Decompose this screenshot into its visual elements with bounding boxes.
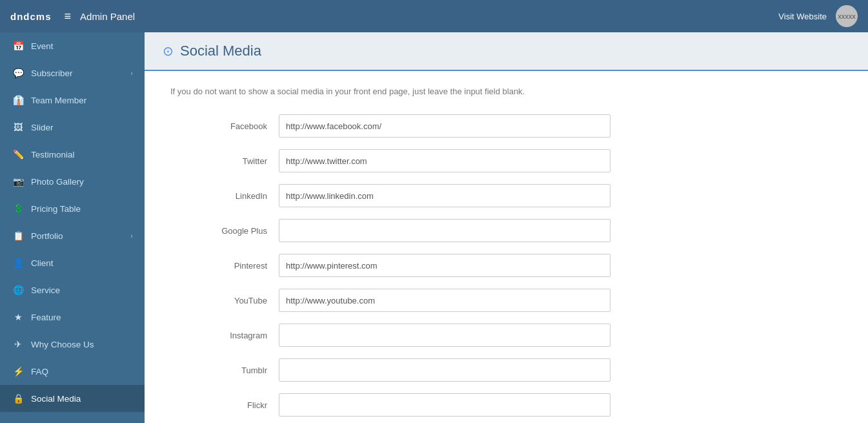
page-body: If you do not want to show a social medi… bbox=[145, 71, 868, 423]
arrow-icon-subscriber: › bbox=[130, 69, 133, 77]
social-media-page-icon: ⊙ bbox=[163, 43, 174, 59]
sidebar-label-event: Event bbox=[31, 41, 133, 51]
team-member-icon: 👔 bbox=[12, 95, 25, 105]
label-twitter: Twitter bbox=[170, 156, 267, 166]
label-tumblr: Tumblr bbox=[170, 366, 267, 375]
form-row-pinterest: Pinterest bbox=[170, 254, 842, 277]
sidebar-item-photo-gallery[interactable]: 📷Photo Gallery bbox=[0, 168, 145, 195]
faq-icon: ⚡ bbox=[12, 366, 25, 377]
photo-gallery-icon: 📷 bbox=[12, 176, 25, 187]
sidebar-item-team-member[interactable]: 👔Team Member bbox=[0, 87, 145, 114]
slider-icon: 🖼 bbox=[12, 122, 25, 132]
label-linkedin: LinkedIn bbox=[170, 191, 267, 201]
sidebar-item-service[interactable]: 🌐Service bbox=[0, 276, 145, 304]
sidebar-item-why-choose-us[interactable]: ✈Why Choose Us bbox=[0, 331, 145, 358]
topbar: dndcms ≡ Admin Panel Visit Website xxxxx bbox=[0, 0, 868, 32]
admin-panel-title: Admin Panel bbox=[80, 11, 778, 22]
sidebar-label-client: Client bbox=[31, 258, 133, 268]
label-youtube: YouTube bbox=[170, 296, 267, 305]
sidebar: 📅Event💬Subscriber›👔Team Member🖼Slider✏️T… bbox=[0, 32, 145, 423]
form-row-instagram: Instagram bbox=[170, 324, 842, 347]
sidebar-label-faq: FAQ bbox=[31, 367, 133, 377]
form-row-linkedin: LinkedIn bbox=[170, 184, 842, 207]
sidebar-item-client[interactable]: 👤Client bbox=[0, 249, 145, 276]
sidebar-label-pricing-table: Pricing Table bbox=[31, 204, 133, 214]
sidebar-label-slider: Slider bbox=[31, 123, 133, 132]
sidebar-item-feature[interactable]: ★Feature bbox=[0, 304, 145, 331]
input-google-plus[interactable] bbox=[279, 219, 611, 242]
input-linkedin[interactable] bbox=[279, 184, 611, 207]
main-layout: 📅Event💬Subscriber›👔Team Member🖼Slider✏️T… bbox=[0, 32, 868, 423]
label-instagram: Instagram bbox=[170, 331, 267, 340]
logo: dndcms bbox=[10, 11, 52, 22]
sidebar-item-event[interactable]: 📅Event bbox=[0, 32, 145, 59]
client-icon: 👤 bbox=[12, 258, 25, 268]
social-media-icon: 🔒 bbox=[12, 393, 25, 404]
label-facebook: Facebook bbox=[170, 121, 267, 131]
sidebar-label-social-media: Social Media bbox=[31, 394, 133, 404]
why-choose-us-icon: ✈ bbox=[12, 339, 25, 349]
input-flickr[interactable] bbox=[279, 393, 611, 417]
form-row-tumblr: Tumblr bbox=[170, 358, 842, 382]
label-flickr: Flickr bbox=[170, 400, 267, 410]
form-row-flickr: Flickr bbox=[170, 393, 842, 417]
sidebar-item-testimonial[interactable]: ✏️Testimonial bbox=[0, 141, 145, 168]
arrow-icon-portfolio: › bbox=[130, 232, 133, 240]
visit-website-link[interactable]: Visit Website bbox=[778, 12, 827, 21]
page-header: ⊙ Social Media bbox=[145, 32, 868, 71]
sidebar-item-slider[interactable]: 🖼Slider bbox=[0, 114, 145, 141]
sidebar-label-testimonial: Testimonial bbox=[31, 150, 133, 160]
service-icon: 🌐 bbox=[12, 285, 25, 295]
input-twitter[interactable] bbox=[279, 149, 611, 172]
sidebar-item-social-media[interactable]: 🔒Social Media bbox=[0, 385, 145, 412]
pricing-table-icon: 💲 bbox=[12, 203, 25, 214]
input-instagram[interactable] bbox=[279, 324, 611, 347]
label-google-plus: Google Plus bbox=[170, 226, 267, 236]
sidebar-label-why-choose-us: Why Choose Us bbox=[31, 340, 133, 349]
form-row-twitter: Twitter bbox=[170, 149, 842, 172]
form-row-google-plus: Google Plus bbox=[170, 219, 842, 242]
info-text: If you do not want to show a social medi… bbox=[170, 87, 842, 96]
form-row-youtube: YouTube bbox=[170, 289, 842, 312]
label-pinterest: Pinterest bbox=[170, 261, 267, 271]
avatar[interactable]: xxxxx bbox=[836, 5, 858, 27]
sidebar-item-faq[interactable]: ⚡FAQ bbox=[0, 358, 145, 385]
sidebar-label-team-member: Team Member bbox=[31, 96, 133, 105]
input-pinterest[interactable] bbox=[279, 254, 611, 277]
input-youtube[interactable] bbox=[279, 289, 611, 312]
subscriber-icon: 💬 bbox=[12, 68, 25, 78]
sidebar-label-portfolio: Portfolio bbox=[31, 231, 130, 241]
portfolio-icon: 📋 bbox=[12, 231, 25, 241]
hamburger-icon[interactable]: ≡ bbox=[65, 10, 72, 23]
sidebar-label-feature: Feature bbox=[31, 313, 133, 322]
sidebar-label-subscriber: Subscriber bbox=[31, 68, 130, 78]
content-area: ⊙ Social Media If you do not want to sho… bbox=[145, 32, 868, 423]
input-tumblr[interactable] bbox=[279, 358, 611, 382]
event-icon: 📅 bbox=[12, 41, 25, 51]
input-facebook[interactable] bbox=[279, 114, 611, 138]
page-title: Social Media bbox=[180, 43, 261, 59]
testimonial-icon: ✏️ bbox=[12, 149, 25, 160]
social-media-form: FacebookTwitterLinkedInGoogle PlusPinter… bbox=[170, 114, 842, 423]
feature-icon: ★ bbox=[12, 312, 25, 322]
sidebar-label-photo-gallery: Photo Gallery bbox=[31, 177, 133, 187]
form-row-facebook: Facebook bbox=[170, 114, 842, 138]
sidebar-item-subscriber[interactable]: 💬Subscriber› bbox=[0, 59, 145, 87]
sidebar-item-portfolio[interactable]: 📋Portfolio› bbox=[0, 222, 145, 249]
sidebar-label-service: Service bbox=[31, 285, 133, 295]
sidebar-item-pricing-table[interactable]: 💲Pricing Table bbox=[0, 195, 145, 222]
